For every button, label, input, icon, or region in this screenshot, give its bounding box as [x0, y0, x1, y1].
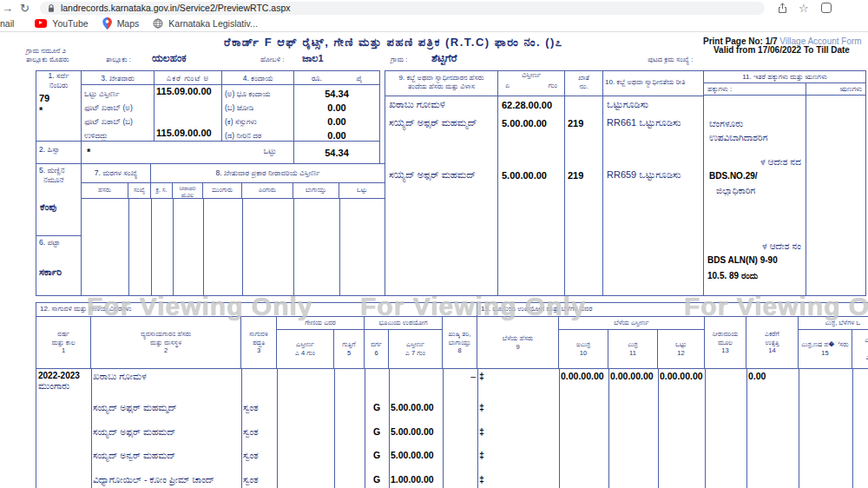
kandaya-values: 54.34 0.00 0.00 0.00: [293, 84, 380, 142]
col8-header: ಖುಷ್ಕಿ ತರಿ,ಬಾಗಾಯ್ತು8: [443, 317, 477, 368]
year-season-cell: 2022-2023 ಮುಂಗಾರು: [36, 369, 91, 400]
kandaya-row: (ಅ) ಭೂ ಕಂದಾಯ: [225, 87, 293, 101]
bookmark-gmail[interactable]: nail: [0, 18, 14, 29]
bookmark-star-icon[interactable]: ☆: [799, 2, 809, 15]
bagaytu-label: ಬಾಗಾಯ್ತು: [306, 187, 326, 193]
acre-gunta-header: ಎಕರೆ ಗುಂಟೆ ಅ: [154, 70, 222, 85]
varga-value: G: [365, 448, 389, 472]
col6-header: ವರ್ಗ6: [365, 330, 388, 368]
cultivator-name: ಸಯ್ಯದ್ ಅಫ್ಸರ್ ಮಹಮ್ಮದ್: [91, 400, 241, 425]
khata-header: ಖಾತೆ ನಂ.: [564, 70, 603, 96]
total-label: ಒಟ್ಟು: [263, 147, 276, 163]
patta-label: 6. ಪಟ್ಟಾ: [36, 236, 81, 247]
col11-line1: ಮಿಶ್ರ: [628, 340, 638, 349]
bookmark-maps[interactable]: Maps: [117, 18, 140, 29]
rights-line: ಉಪವಿಬಾಗಿದಾಶರಿಗ: [709, 132, 767, 143]
mishra-value: 0.00.00.00: [608, 369, 658, 400]
soil-label-1: 5. ಮಣ್ಣಿನ: [36, 164, 81, 175]
yield-value: 0.00: [746, 369, 799, 400]
ru-label: ರೂ.: [312, 74, 322, 84]
extent-header: ವಿಸ್ತೀರ್ಣ ಎ ಗುಂ: [497, 70, 565, 96]
forward-icon[interactable]: →: [2, 2, 13, 15]
hissa-star: *: [87, 147, 90, 163]
col5-num: 5: [347, 349, 351, 358]
col12-line1: ಒಟ್ಟು: [675, 340, 687, 349]
extent-body: 62.28.00.00 5.00.00.00 5.00.00.00: [497, 96, 565, 296]
rights-line: ಬೆಂಗಳೂರು: [709, 118, 743, 129]
col16-line1: ವಿಸ್ತೀ: [865, 336, 868, 345]
area-value: 5.00.00.00: [389, 425, 443, 448]
irrigation-source-label: ನೀರಾವರಿ ಮೂಲ: [180, 185, 196, 198]
col4-line1: ವಿಸ್ತೀರ್ಣ: [296, 340, 314, 349]
page-seq-label: ಪುಟದ ಕ್ರಮ ಸಂಖ್ಯೆ :: [648, 56, 693, 64]
survey-number-cell: 1. ಸರ್ವೆ ನಂಬರು 79 *: [36, 70, 82, 142]
valid-from-label: Valid from 17/06/2022 To Till Date: [713, 45, 850, 55]
col14-header: ಎಕರೆಗೆಉತ್ಪತ್ತಿ14: [746, 317, 798, 368]
rtc-title: ರೆಕಾರ್ಡ್ F ಆಫ್ ರೈಟ್ಸ್, ಗೇಣಿ ಮತ್ತು ಪಹಣಿ ಪ…: [224, 36, 563, 49]
trees-header: 7. ಮರಗಳ ಸಂಖ್ಯೆ: [81, 163, 151, 183]
patta-cell: 6. ಪಟ್ಟಾ ಸರ್ಕಾರಿ: [36, 235, 82, 296]
tree-name-label: ಹೆಸರು: [98, 187, 111, 193]
ottu-header: ಒಟ್ಟು: [339, 182, 385, 199]
year-value: 2022-2023: [38, 371, 89, 380]
khata-header-line2: ನಂ.: [565, 82, 602, 91]
sl-no-label: ಕ್ರ. ಸ.: [156, 187, 168, 193]
col5-line1: ಗುತ್ತಿಗೆ: [342, 340, 355, 349]
col14-line1: ಎಕರೆಗೆ: [765, 330, 779, 339]
col16-header: ವಿಸ್ತೀ1ಎ ,: [852, 330, 868, 368]
hingaru-label: ಹಿಂಗಾರು: [259, 187, 276, 193]
url-text: landrecords.karnataka.gov.in/Service2/Pr…: [61, 3, 291, 13]
crop-extent-group-label: ಬೆಳೆಯ ವಿಸ್ತೀರ್ಣ: [614, 319, 649, 327]
bookmarks-bar: nail YouTube Maps Karnataka Legislativ..…: [0, 16, 868, 31]
occupant-header-line1: 9. ಕಬ್ಜೆ ಅಥವಾ ಸ್ವಾಧೀನದಾರನ ಹೆಸರು: [385, 74, 497, 82]
irrigation-empty-body: [81, 198, 385, 296]
survey-number: 79: [36, 93, 81, 105]
crop-mark: ‡: [477, 369, 559, 400]
occupant-header-line2: ತಂದೆಯ ಹೆಸರು ಮತ್ತು ವಿಳಾಸ: [385, 82, 497, 91]
watermark: For Viewing Only: [87, 292, 312, 321]
cultivator-name: ವಿಧ್ಯಾಗೋಯಿಲ್ - ಕೋಂ ಪ್ರೀಮ್ ಚಾಂದ್: [91, 472, 241, 488]
lock-icon: [47, 3, 56, 13]
ru-pai-header: ರೂ. ಪೈ: [293, 70, 380, 85]
col1-num: 1: [62, 346, 65, 355]
share-icon[interactable]: [777, 3, 788, 14]
address-bar[interactable]: landrecords.karnataka.gov.in/Service2/Pr…: [40, 2, 765, 15]
watermark: For Viewing Only: [684, 292, 868, 321]
col13-line2: ಮೂಲ: [718, 339, 733, 347]
bookmark-karnataka-legislative[interactable]: Karnataka Legislativ...: [168, 18, 258, 29]
table2-body: 2022-2023 ಮುಂಗಾರು ಖರಾಬು ಗೋಮಳ – ‡ 0.00.00…: [36, 369, 868, 488]
col10-header: ಅಮಿಶ್ರ10: [559, 330, 608, 368]
other-rights-header: 11. ಇತರೆ ಹಕ್ಕುಗಳು ಮತ್ತು ಋಣಗಳು: [703, 70, 866, 83]
hissa-cell: 2. ಹಿಸ್ಸಾ: [36, 141, 82, 164]
kandaya-row: (ಬ) ಜೋಡಿ: [225, 101, 293, 115]
occupant-name: ಸಯ್ಯದ್ ಅಫ್ಸರ್ ಮಹಮದ್: [389, 169, 476, 181]
kandaya-value: 0.00: [294, 115, 379, 129]
khetavaru-row: ಒಟ್ಟು ವಿಸ್ತೀರ್ಣ: [84, 87, 154, 101]
col9-header: ಬೆಳೆಯ ಹೆಸರು9: [477, 317, 558, 368]
occupant-body: ಖರಾಬು ಗೋಮಳ ಸಯ್ಯದ್ ಅಫ್ಸರ್ ಮಹಮ್ಮದ್ ಸಯ್ಯದ್ …: [385, 96, 498, 296]
watermark: For Viewing Only: [360, 292, 586, 321]
possession-mode-value: RR661 ಒಟ್ಟುಗೂಡಿಸು: [607, 117, 681, 129]
varga-value: G: [365, 425, 389, 448]
profile-icon[interactable]: [821, 3, 832, 13]
reload-icon[interactable]: ↻: [20, 2, 30, 15]
varga-value: G: [365, 472, 389, 488]
tree-count-label: ಸಂಖ್ಯೆ: [134, 187, 145, 193]
possession-mode-label: 10. ಕಬ್ಜೆ ಅಥವಾ ಸ್ವಾಧೀನತೆಯ ರೀತಿ: [605, 78, 685, 86]
col4-num: ಎ 4 ಗುಂ: [295, 349, 315, 358]
col7-num: ಎ 7 ಗುಂ: [405, 349, 425, 358]
rtc-preview-document: ರೆಕಾರ್ಡ್ F ಆಫ್ ರೈಟ್ಸ್, ಗೇಣಿ ಮತ್ತು ಪಹಣಿ ಪ…: [0, 0, 868, 488]
col14-num: 14: [768, 346, 775, 355]
hobli-label: ಹೋಬಳಿ :: [260, 56, 285, 64]
rights-line: ಳ ಆದೇಶ ನಂ: [762, 241, 801, 252]
col10-num: 10: [580, 349, 587, 358]
cultivator-name: ಸಯ್ಯದ್ ಅನ್ವರ್ ಮಹಮದ್: [91, 448, 241, 472]
tree-count-header: ಸಂಖ್ಯೆ: [128, 182, 151, 199]
crop-mark: ‡: [477, 425, 559, 448]
taluk-label: ತಾಲ್ಲೂಕು :: [106, 56, 131, 64]
col11-num: 11: [629, 349, 636, 358]
taluk-value: ಯಲಹಂಕ: [152, 52, 187, 64]
rights-body: ಬೆಂಗಳೂರು ಉಪವಿಬಾಗಿದಾಶರಿಗ ಳ ಆದೇಶ ನದ BDS.NO…: [703, 95, 806, 296]
bookmark-youtube[interactable]: YouTube: [52, 18, 88, 29]
tenure-value: ಸ್ವಂತ: [241, 400, 277, 425]
